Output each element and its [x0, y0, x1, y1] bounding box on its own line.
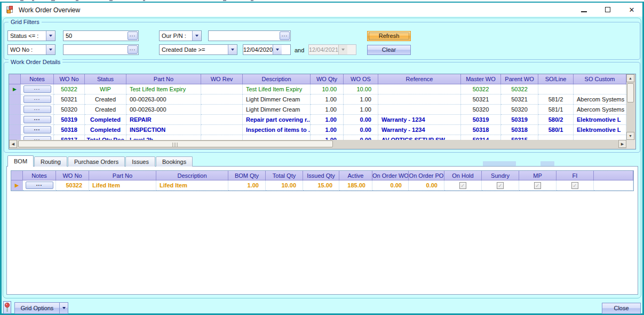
wo-no-value-field[interactable]: ... — [63, 44, 139, 55]
cell-so-customer: Elektromotive L — [574, 115, 626, 125]
col-bom-qty[interactable]: BOM Qty — [228, 171, 266, 180]
notes-button[interactable]: ... — [23, 96, 51, 103]
cell-reference — [378, 105, 461, 115]
vertical-scroll-thumb[interactable] — [627, 83, 634, 103]
col-so-line[interactable]: SO/Line — [538, 74, 574, 84]
cell-status: Created — [85, 105, 126, 115]
sundry-checkbox[interactable]: ✓ — [497, 182, 504, 189]
work-order-row-50322[interactable]: ▶...50322WIPTest Lifed Item ExpiryTest L… — [9, 84, 626, 94]
tab-bom[interactable]: BOM — [7, 155, 34, 167]
row-selector[interactable] — [9, 105, 21, 115]
scroll-right-icon[interactable]: ▶ — [618, 140, 626, 148]
our-pn-ellipsis-button[interactable]: ... — [280, 32, 290, 40]
work-order-row-50321[interactable]: ...50321Created00-00263-000Light Dimmer … — [9, 94, 626, 105]
horizontal-scrollbar[interactable]: ◀ ▶ — [9, 140, 626, 149]
grid-options-button[interactable]: Grid Options — [14, 302, 59, 314]
col-on-order-wo[interactable]: On Order WO — [372, 171, 409, 180]
col-mp[interactable]: MP — [519, 171, 556, 180]
col-wo-no[interactable]: WO No — [54, 74, 85, 84]
cell-wo-qty: 1.00 — [311, 94, 344, 105]
col-notes[interactable]: Notes — [21, 74, 54, 84]
col-part-no[interactable]: Part No — [126, 74, 201, 84]
col-reference[interactable]: Reference — [378, 74, 461, 84]
vertical-scrollbar[interactable]: ▲ ▼ — [626, 74, 635, 140]
our-pn-value-input[interactable] — [209, 33, 280, 39]
maximize-button[interactable] — [599, 5, 617, 15]
col-notes[interactable]: Notes — [23, 171, 56, 180]
our-pn-value-field[interactable]: ... — [208, 30, 291, 41]
work-order-grid: Notes WO No Status Part No WO Rev Descri… — [9, 74, 636, 149]
chevron-down-icon[interactable] — [228, 45, 237, 54]
close-window-button[interactable]: ✕ — [623, 5, 641, 15]
scroll-left-icon[interactable]: ◀ — [9, 140, 17, 148]
col-active[interactable]: Active — [339, 171, 372, 180]
bom-row-50322[interactable]: ▶ ... 50322 Lifed Item Lifed Item 1.00 1… — [11, 180, 633, 191]
refresh-button[interactable]: Refresh — [367, 31, 411, 41]
col-fi[interactable]: FI — [556, 171, 594, 180]
work-order-row-50319[interactable]: ...50319CompletedREPAIRRepair part cover… — [9, 115, 626, 125]
work-order-row-50318[interactable]: ...50318CompletedINSPECTIONInspection of… — [9, 125, 626, 135]
wo-no-ellipsis-button[interactable]: ... — [128, 45, 138, 54]
pin-button[interactable] — [3, 301, 11, 314]
tab-routing[interactable]: Routing — [34, 156, 67, 167]
tab-purchase-orders[interactable]: Purchase Orders — [68, 156, 125, 167]
col-status[interactable]: Status — [85, 74, 126, 84]
our-pn-filter-combo[interactable]: Our P/N : — [159, 30, 202, 41]
status-filter-combo[interactable]: Status <= : — [7, 30, 55, 41]
grid-options-dropdown-arrow[interactable] — [59, 302, 68, 314]
notes-button[interactable]: ... — [23, 85, 51, 93]
notes-button[interactable]: ... — [23, 106, 51, 113]
grid-filters-legend: Grid Filters — [9, 19, 42, 25]
col-description[interactable]: Description — [156, 171, 228, 180]
chevron-down-icon[interactable] — [46, 45, 55, 54]
scroll-down-icon[interactable]: ▼ — [626, 132, 634, 140]
col-issued-qty[interactable]: Issued Qty — [303, 171, 339, 180]
cell-master-wo: 50320 — [461, 105, 501, 115]
col-on-hold[interactable]: On Hold — [444, 171, 482, 180]
col-so-customer[interactable]: SO Custom — [574, 74, 626, 84]
current-row-arrow-icon[interactable]: ▶ — [9, 84, 21, 94]
date-from-value: 12/04/2020 — [243, 46, 273, 53]
current-row-arrow-icon: ▶ — [11, 180, 23, 191]
row-selector[interactable] — [9, 115, 21, 125]
tab-bookings[interactable]: Bookings — [156, 156, 193, 167]
col-wo-qty[interactable]: WO Qty — [311, 74, 344, 84]
fi-checkbox[interactable]: ✓ — [571, 182, 578, 189]
minimize-button[interactable] — [575, 5, 593, 15]
status-ellipsis-button[interactable]: ... — [128, 32, 138, 40]
notes-button[interactable]: ... — [23, 116, 51, 123]
col-parent-wo[interactable]: Parent WO — [501, 74, 538, 84]
col-wo-no[interactable]: WO No — [56, 171, 89, 180]
chevron-down-icon[interactable] — [273, 45, 282, 54]
col-master-wo[interactable]: Master WO — [461, 74, 501, 84]
col-total-qty[interactable]: Total Qty — [266, 171, 303, 180]
tab-issues[interactable]: Issues — [125, 156, 155, 167]
col-sundry[interactable]: Sundry — [482, 171, 519, 180]
chevron-down-icon[interactable] — [192, 31, 201, 41]
col-description[interactable]: Description — [243, 74, 311, 84]
col-on-order-po[interactable]: On Order PO — [409, 171, 444, 180]
close-button[interactable]: Close — [602, 303, 641, 314]
clear-button[interactable]: Clear — [367, 45, 411, 55]
wo-no-value-input[interactable] — [63, 46, 128, 53]
on-hold-checkbox[interactable]: ✓ — [459, 182, 466, 189]
row-selector[interactable] — [9, 94, 21, 105]
scroll-up-icon[interactable]: ▲ — [626, 74, 634, 82]
col-part-no[interactable]: Part No — [89, 171, 156, 180]
notes-button[interactable]: ... — [26, 182, 53, 189]
status-value-field[interactable]: ... — [63, 30, 139, 41]
wo-no-filter-combo[interactable]: WO No : — [7, 44, 55, 55]
notes-cell: ... — [21, 115, 54, 125]
row-selector[interactable] — [9, 125, 21, 135]
col-wo-os[interactable]: WO OS — [344, 74, 378, 84]
col-wo-rev[interactable]: WO Rev — [201, 74, 243, 84]
chevron-down-icon[interactable] — [46, 31, 55, 41]
notes-button[interactable]: ... — [23, 126, 51, 133]
app-icon — [6, 5, 15, 14]
mp-checkbox[interactable]: ✓ — [534, 182, 541, 189]
created-date-filter-combo[interactable]: Created Date >= — [159, 44, 237, 55]
status-value-input[interactable] — [63, 33, 128, 39]
horizontal-scroll-thumb[interactable] — [18, 140, 333, 147]
work-order-row-50320[interactable]: ...50320Created00-00263-000Light Dimmer … — [9, 105, 626, 115]
date-from-picker[interactable]: 12/04/2020 — [243, 44, 291, 55]
